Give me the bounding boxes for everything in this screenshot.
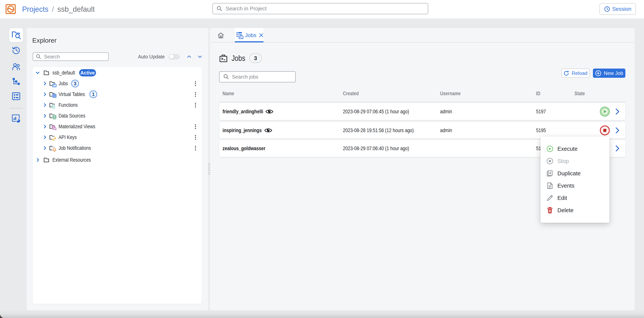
svg-text:f(): f() [52, 105, 55, 109]
